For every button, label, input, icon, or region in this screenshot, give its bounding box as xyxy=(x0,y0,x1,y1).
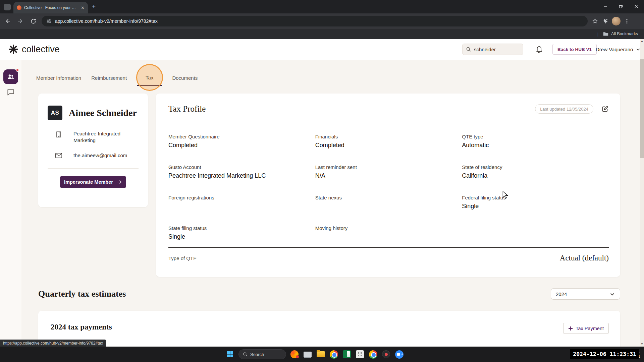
payments-title: 2024 tax payments xyxy=(51,323,112,331)
mail-icon xyxy=(55,152,62,159)
extensions-icon[interactable] xyxy=(602,18,608,24)
edit-icon[interactable] xyxy=(601,105,609,113)
forward-button[interactable] xyxy=(15,16,25,26)
card-divider xyxy=(48,168,139,169)
last-updated-badge: Last updated 12/05/2024 xyxy=(535,104,593,114)
notifications-bell-icon[interactable] xyxy=(535,45,543,55)
site-settings-icon[interactable] xyxy=(46,18,52,24)
browser-profile-avatar[interactable] xyxy=(612,17,621,25)
browser-tabstrip: Collective - Focus on your pass ✕ + xyxy=(0,0,644,13)
browser-toolbar: app.collective.com/hub-v2/member-info/97… xyxy=(0,13,644,29)
tax-fields-grid: Member QuestionnaireCompleted Financials… xyxy=(168,134,609,256)
chat-icon xyxy=(6,88,15,97)
member-avatar: AS xyxy=(48,106,62,120)
file-explorer-icon xyxy=(317,351,325,357)
user-menu[interactable]: Drew Vaquerano xyxy=(596,39,641,60)
quarterly-heading: Quarterly tax estimates xyxy=(38,289,126,299)
type-of-qte-label: Type of QTE xyxy=(168,255,197,261)
impersonate-member-button[interactable]: Impersonate Member xyxy=(60,176,126,188)
header-search[interactable] xyxy=(462,44,523,55)
search-icon xyxy=(466,47,471,52)
field-federal-filing-status: Federal filing statusSingle xyxy=(462,195,609,225)
tab-close-icon[interactable]: ✕ xyxy=(80,5,85,11)
year-select[interactable]: 2024 xyxy=(551,288,620,300)
taskbar-app-icon[interactable] xyxy=(329,350,338,359)
tab-search-button[interactable] xyxy=(4,4,11,10)
all-bookmarks-button[interactable]: All Bookmarks xyxy=(611,32,638,36)
tab-favicon xyxy=(17,5,21,10)
window-minimize-button[interactable] xyxy=(598,0,613,13)
collective-logo[interactable]: collective xyxy=(8,44,60,55)
window-controls xyxy=(598,0,644,13)
year-select-value: 2024 xyxy=(556,291,567,297)
monitor-icon xyxy=(304,352,312,357)
start-button[interactable] xyxy=(225,350,235,359)
tab-member-information[interactable]: Member Information xyxy=(36,70,81,86)
bookmark-star-icon[interactable] xyxy=(592,18,598,24)
user-name: Drew Vaquerano xyxy=(596,47,633,52)
scroll-up-icon[interactable]: ▲ xyxy=(640,40,644,43)
window-close-button[interactable] xyxy=(629,0,644,13)
tax-profile-header-right: Last updated 12/05/2024 xyxy=(535,104,609,114)
windows-taskbar: Search 11:23:31 12/6/2024 xyxy=(0,347,644,362)
url-text: app.collective.com/hub-v2/member-info/97… xyxy=(55,18,158,24)
new-tab-button[interactable]: + xyxy=(92,3,96,9)
chrome-icon xyxy=(330,350,338,359)
scrollbar-thumb[interactable] xyxy=(640,59,644,158)
app-header: collective Back to HUB V1 Drew Vaquerano xyxy=(0,39,644,60)
sidebar-item-members[interactable] xyxy=(3,69,18,84)
taskbar-app-icon[interactable] xyxy=(394,350,404,359)
tab-title: Collective - Focus on your pass xyxy=(24,5,77,10)
tab-tax[interactable]: Tax xyxy=(137,70,162,86)
type-of-qte-row: Type of QTE Actual (default) xyxy=(168,254,609,262)
taskbar-search[interactable]: Search xyxy=(238,349,286,359)
building-icon xyxy=(55,130,62,138)
browser-menu-icon[interactable] xyxy=(624,18,630,24)
member-tabs: Member Information Reimbursement Tax Doc… xyxy=(21,70,644,86)
taskbar-center: Search xyxy=(225,347,404,362)
notification-dot xyxy=(16,68,19,72)
type-of-qte-value: Actual (default) xyxy=(560,254,609,262)
chevron-down-icon xyxy=(609,291,615,297)
taskbar-app-icon[interactable] xyxy=(368,350,378,359)
field-last-reminder-sent: Last reminder sentN/A xyxy=(315,164,462,195)
scroll-down-icon[interactable]: ▼ xyxy=(640,343,644,346)
field-gusto-account: Gusto AccountPeachtree Integrated Market… xyxy=(168,164,315,195)
people-icon xyxy=(7,73,15,81)
tab-documents[interactable]: Documents xyxy=(172,70,198,86)
member-head: AS Aimee Schneider xyxy=(48,106,139,120)
recorder-icon xyxy=(382,350,390,358)
timestamp-overlay: 2024-12-06 11:23:31 xyxy=(570,349,639,359)
window-restore-button[interactable] xyxy=(613,0,629,13)
field-state-nexus: State nexus xyxy=(315,195,462,225)
taskbar-app-icon[interactable] xyxy=(381,350,391,359)
url-bar[interactable]: app.collective.com/hub-v2/member-info/97… xyxy=(42,16,588,26)
field-state-of-residency: State of residencyCalifornia xyxy=(462,164,609,195)
member-profile-card: AS Aimee Schneider Peachtree Integrated … xyxy=(38,94,148,207)
taskbar-app-icon[interactable] xyxy=(342,350,352,359)
payments-card-wrap: 2024 tax payments Tax Payment xyxy=(21,300,644,354)
field-foreign-registrations: Foreign registrations xyxy=(168,195,315,225)
member-email-row: the.aimeew@gmail.com xyxy=(48,152,139,159)
screen: Collective - Focus on your pass ✕ + app.… xyxy=(0,0,644,362)
header-search-input[interactable] xyxy=(474,47,518,52)
tax-profile-header: Tax Profile Last updated 12/05/2024 xyxy=(168,104,609,114)
taskbar-app-icon[interactable] xyxy=(303,350,312,359)
back-button[interactable] xyxy=(3,16,13,26)
back-to-hub-button[interactable]: Back to HUB V1 xyxy=(552,44,597,55)
member-email: the.aimeew@gmail.com xyxy=(73,152,124,159)
status-link-bubble: https://app.collective.com/hub-v2/member… xyxy=(0,340,106,347)
sidebar-item-messages[interactable] xyxy=(6,88,15,97)
taskbar-app-icon[interactable] xyxy=(355,350,365,359)
reload-button[interactable] xyxy=(28,16,38,26)
page-scrollbar[interactable]: ▲ ▼ xyxy=(640,39,644,347)
taskbar-app-icon[interactable] xyxy=(316,350,325,359)
taskbar-app-icon[interactable] xyxy=(290,350,299,359)
tax-profile-title: Tax Profile xyxy=(168,104,206,114)
add-tax-payment-button[interactable]: Tax Payment xyxy=(563,323,609,334)
tab-reimbursement[interactable]: Reimbursement xyxy=(91,70,127,86)
bookmarks-separator: | xyxy=(597,32,598,37)
tax-profile-card: Tax Profile Last updated 12/05/2024 Memb… xyxy=(156,94,620,277)
browser-tab[interactable]: Collective - Focus on your pass ✕ xyxy=(13,2,88,13)
member-name: Aimee Schneider xyxy=(69,108,137,118)
